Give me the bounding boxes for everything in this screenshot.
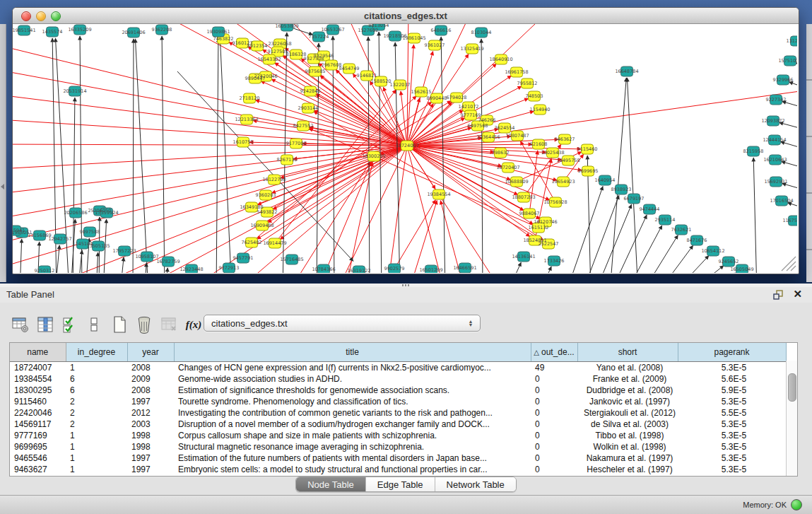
table-cell[interactable]: 2012	[127, 407, 174, 419]
table-cell[interactable]: 2008	[127, 362, 174, 374]
table-row[interactable]: 969969511998Structural magnetic resonanc…	[10, 441, 786, 452]
table-row[interactable]: 2242004622012Investigating the contribut…	[10, 407, 786, 419]
table-cell[interactable]: 9115460	[10, 396, 66, 407]
tab-node-table[interactable]: Node Table	[296, 477, 366, 491]
table-cell[interactable]: Disruption of a novel member of a sodium…	[174, 419, 531, 430]
table-cell[interactable]: 1998	[127, 430, 174, 441]
table-cell[interactable]: Embryonic stem cells: a model to study s…	[174, 464, 531, 475]
close-panel-icon[interactable]: ✕	[793, 288, 802, 300]
table-cell[interactable]: 1997	[127, 396, 174, 407]
table-cell[interactable]: 9777169	[10, 430, 66, 441]
table-cell[interactable]: 1	[66, 441, 127, 452]
table-cell[interactable]: 9463627	[10, 464, 66, 475]
table-cell[interactable]: 2008	[127, 385, 174, 396]
table-cell[interactable]: Corpus callosum shape and size in male p…	[174, 430, 531, 441]
delete-column-button[interactable]	[134, 314, 155, 335]
table-cell[interactable]: 0	[531, 464, 577, 475]
table-cell[interactable]: 1998	[127, 441, 174, 452]
table-row[interactable]: 1938455462009Genome-wide association stu…	[10, 373, 786, 385]
table-cell[interactable]: 19384554	[10, 373, 66, 385]
table-cell[interactable]: 0	[531, 441, 577, 452]
table-cell[interactable]: 9465546	[10, 452, 66, 464]
table-cell[interactable]: Dudbridge et al. (2008)	[577, 385, 678, 396]
table-cell[interactable]: 0	[531, 430, 577, 441]
table-row[interactable]: 911546021997Tourette syndrome. Phenomeno…	[10, 396, 786, 407]
column-header-name[interactable]: name	[10, 343, 66, 362]
table-cell[interactable]: 5.3E-5	[678, 452, 786, 464]
table-cell[interactable]: 5.3E-5	[678, 430, 786, 441]
column-header-pagerank[interactable]: pagerank	[678, 343, 786, 362]
table-cell[interactable]: Stergiakouli et al. (2012)	[577, 407, 678, 419]
column-header-in_degree[interactable]: in_degree	[66, 343, 127, 362]
table-cell[interactable]: Genome-wide association studies in ADHD.	[174, 373, 531, 385]
table-cell[interactable]: 2009	[127, 373, 174, 385]
table-cell[interactable]: de Silva et al. (2003)	[577, 419, 678, 430]
table-cell[interactable]: 2003	[127, 419, 174, 430]
table-cell[interactable]: 2	[66, 396, 127, 407]
table-cell[interactable]: 18300295	[10, 385, 66, 396]
table-cell[interactable]: 1	[66, 452, 127, 464]
table-cell[interactable]: Estimation of the future numbers of pati…	[174, 452, 531, 464]
table-cell[interactable]: 5.3E-5	[678, 362, 786, 374]
function-builder-button[interactable]: f(x)	[183, 314, 204, 335]
table-cell[interactable]: 5.5E-5	[678, 407, 786, 419]
table-cell[interactable]: 0	[531, 385, 577, 396]
column-header-year[interactable]: year	[127, 343, 174, 362]
table-cell[interactable]: 1997	[127, 464, 174, 475]
show-columns-button[interactable]	[35, 314, 56, 335]
table-row[interactable]: 946554611997Estimation of the future num…	[10, 452, 786, 464]
table-cell[interactable]: 5.9E-5	[678, 385, 786, 396]
column-header-short[interactable]: short	[577, 343, 678, 362]
table-cell[interactable]: Hescheler et al. (1997)	[577, 464, 678, 475]
table-cell[interactable]: Estimation of significance thresholds fo…	[174, 385, 531, 396]
table-mode-button[interactable]	[10, 314, 31, 335]
window-resize-grip-icon[interactable]	[791, 266, 796, 271]
table-cell[interactable]: 0	[531, 452, 577, 464]
table-cell[interactable]: 0	[531, 373, 577, 385]
table-row[interactable]: 1872400712008Changes of HCN gene express…	[10, 362, 786, 374]
table-row[interactable]: 977716911998Corpus callosum shape and si…	[10, 430, 786, 441]
select-all-button[interactable]	[59, 314, 81, 335]
table-cell[interactable]: Franke et al. (2009)	[577, 373, 678, 385]
table-cell[interactable]: 5.3E-5	[678, 441, 786, 452]
table-row[interactable]: 946362711997Embryonic stem cells: a mode…	[10, 464, 786, 475]
column-header-out_de[interactable]: △out_de...	[531, 343, 577, 362]
table-cell[interactable]: Jankovic et al. (1997)	[577, 396, 678, 407]
tab-network-table[interactable]: Network Table	[435, 477, 516, 491]
table-cell[interactable]: 1	[66, 362, 127, 374]
table-cell[interactable]: 14569117	[10, 419, 66, 430]
table-cell[interactable]: 5.3E-5	[678, 419, 786, 430]
network-graph-canvas[interactable]: 1872400774638229160123891235423226058912…	[13, 24, 797, 273]
table-cell[interactable]: 18724007	[10, 362, 66, 374]
column-header-title[interactable]: title	[174, 343, 531, 362]
window-resize-grip-icon[interactable]	[787, 262, 796, 271]
table-cell[interactable]: 1	[66, 430, 127, 441]
table-row[interactable]: 1830029562008Estimation of significance …	[10, 385, 786, 396]
table-cell[interactable]: 5.3E-5	[678, 396, 786, 407]
table-row[interactable]: 1456911722003Disruption of a novel membe…	[10, 419, 786, 430]
table-cell[interactable]: Structural magnetic resonance image aver…	[174, 441, 531, 452]
collapse-left-panel-icon[interactable]	[1, 184, 4, 189]
table-scrollbar[interactable]	[786, 361, 797, 476]
network-window-titlebar[interactable]: citations_edges.txt	[13, 8, 799, 24]
divider-grip-icon[interactable]	[402, 284, 411, 286]
table-cell[interactable]: 0	[531, 419, 577, 430]
table-cell[interactable]: Tourette syndrome. Phenomenology and cla…	[174, 396, 531, 407]
table-cell[interactable]: 6	[66, 373, 127, 385]
table-cell[interactable]: Tibbo et al. (1998)	[577, 430, 678, 441]
table-cell[interactable]: 2	[66, 407, 127, 419]
delete-table-button[interactable]	[158, 314, 180, 335]
tab-edge-table[interactable]: Edge Table	[366, 477, 435, 491]
deselect-all-button[interactable]	[84, 314, 105, 335]
table-scrollbar-thumb[interactable]	[788, 373, 796, 402]
table-cell[interactable]: 22420046	[10, 407, 66, 419]
table-cell[interactable]: 1	[66, 464, 127, 475]
table-cell[interactable]: Changes of HCN gene expression and I(f) …	[174, 362, 531, 374]
table-select[interactable]: citations_edges.txt ▲▼	[204, 315, 481, 332]
table-cell[interactable]: 49	[531, 362, 577, 374]
table-cell[interactable]: 9699695	[10, 441, 66, 452]
table-cell[interactable]: 5.6E-5	[678, 373, 786, 385]
table-cell[interactable]: 5.3E-5	[678, 464, 786, 475]
float-panel-icon[interactable]	[772, 289, 784, 300]
table-cell[interactable]: Yano et al. (2008)	[577, 362, 678, 374]
